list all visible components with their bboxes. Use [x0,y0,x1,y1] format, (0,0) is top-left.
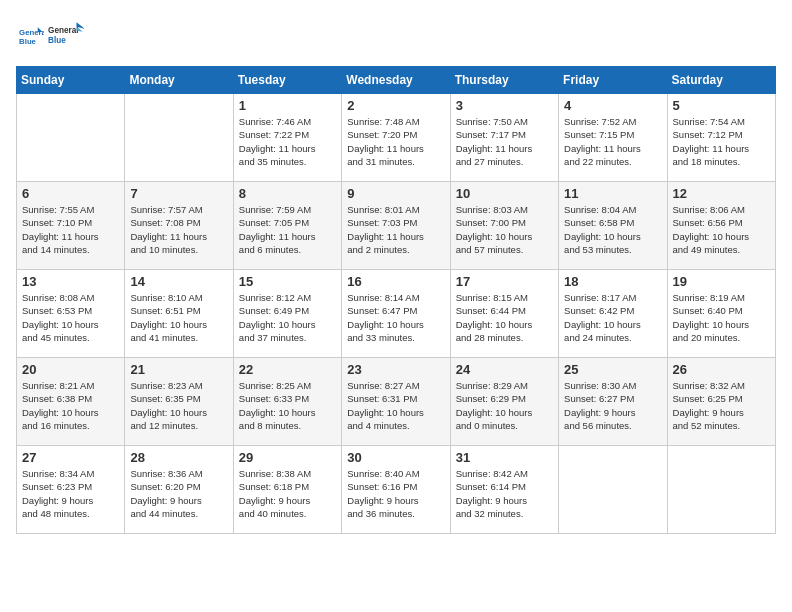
day-info: Sunrise: 8:06 AMSunset: 6:56 PMDaylight:… [673,203,770,256]
day-number: 8 [239,186,336,201]
day-number: 18 [564,274,661,289]
calendar-cell: 2Sunrise: 7:48 AMSunset: 7:20 PMDaylight… [342,94,450,182]
day-number: 23 [347,362,444,377]
day-number: 15 [239,274,336,289]
day-number: 1 [239,98,336,113]
day-number: 14 [130,274,227,289]
calendar-cell: 6Sunrise: 7:55 AMSunset: 7:10 PMDaylight… [17,182,125,270]
day-number: 22 [239,362,336,377]
weekday-header-monday: Monday [125,67,233,94]
day-number: 20 [22,362,119,377]
day-info: Sunrise: 8:34 AMSunset: 6:23 PMDaylight:… [22,467,119,520]
day-info: Sunrise: 8:04 AMSunset: 6:58 PMDaylight:… [564,203,661,256]
day-number: 6 [22,186,119,201]
calendar-body: 1Sunrise: 7:46 AMSunset: 7:22 PMDaylight… [17,94,776,534]
day-number: 12 [673,186,770,201]
day-number: 16 [347,274,444,289]
day-number: 9 [347,186,444,201]
day-number: 29 [239,450,336,465]
calendar-cell: 27Sunrise: 8:34 AMSunset: 6:23 PMDayligh… [17,446,125,534]
calendar-cell: 29Sunrise: 8:38 AMSunset: 6:18 PMDayligh… [233,446,341,534]
day-info: Sunrise: 8:15 AMSunset: 6:44 PMDaylight:… [456,291,553,344]
svg-text:Blue: Blue [19,37,37,46]
weekday-header-tuesday: Tuesday [233,67,341,94]
day-info: Sunrise: 8:19 AMSunset: 6:40 PMDaylight:… [673,291,770,344]
day-info: Sunrise: 7:48 AMSunset: 7:20 PMDaylight:… [347,115,444,168]
week-row-3: 13Sunrise: 8:08 AMSunset: 6:53 PMDayligh… [17,270,776,358]
calendar-cell: 18Sunrise: 8:17 AMSunset: 6:42 PMDayligh… [559,270,667,358]
weekday-header-friday: Friday [559,67,667,94]
day-number: 24 [456,362,553,377]
calendar-cell: 7Sunrise: 7:57 AMSunset: 7:08 PMDaylight… [125,182,233,270]
calendar-cell: 3Sunrise: 7:50 AMSunset: 7:17 PMDaylight… [450,94,558,182]
page-header: General Blue General Blue [16,16,776,54]
day-number: 7 [130,186,227,201]
day-info: Sunrise: 7:52 AMSunset: 7:15 PMDaylight:… [564,115,661,168]
calendar-cell [559,446,667,534]
weekday-header-row: SundayMondayTuesdayWednesdayThursdayFrid… [17,67,776,94]
day-number: 17 [456,274,553,289]
calendar-cell: 28Sunrise: 8:36 AMSunset: 6:20 PMDayligh… [125,446,233,534]
calendar-cell: 10Sunrise: 8:03 AMSunset: 7:00 PMDayligh… [450,182,558,270]
calendar-cell: 8Sunrise: 7:59 AMSunset: 7:05 PMDaylight… [233,182,341,270]
day-info: Sunrise: 7:46 AMSunset: 7:22 PMDaylight:… [239,115,336,168]
day-info: Sunrise: 8:03 AMSunset: 7:00 PMDaylight:… [456,203,553,256]
day-info: Sunrise: 8:23 AMSunset: 6:35 PMDaylight:… [130,379,227,432]
day-info: Sunrise: 8:36 AMSunset: 6:20 PMDaylight:… [130,467,227,520]
day-number: 26 [673,362,770,377]
day-number: 31 [456,450,553,465]
day-info: Sunrise: 8:14 AMSunset: 6:47 PMDaylight:… [347,291,444,344]
calendar-cell: 19Sunrise: 8:19 AMSunset: 6:40 PMDayligh… [667,270,775,358]
day-info: Sunrise: 8:38 AMSunset: 6:18 PMDaylight:… [239,467,336,520]
weekday-header-saturday: Saturday [667,67,775,94]
svg-text:General: General [19,28,44,37]
logo-bird-icon: General Blue [48,16,86,54]
calendar-cell: 12Sunrise: 8:06 AMSunset: 6:56 PMDayligh… [667,182,775,270]
day-info: Sunrise: 8:08 AMSunset: 6:53 PMDaylight:… [22,291,119,344]
week-row-5: 27Sunrise: 8:34 AMSunset: 6:23 PMDayligh… [17,446,776,534]
day-number: 5 [673,98,770,113]
calendar-cell: 14Sunrise: 8:10 AMSunset: 6:51 PMDayligh… [125,270,233,358]
day-info: Sunrise: 7:55 AMSunset: 7:10 PMDaylight:… [22,203,119,256]
day-number: 2 [347,98,444,113]
calendar-cell: 21Sunrise: 8:23 AMSunset: 6:35 PMDayligh… [125,358,233,446]
week-row-2: 6Sunrise: 7:55 AMSunset: 7:10 PMDaylight… [17,182,776,270]
weekday-header-sunday: Sunday [17,67,125,94]
week-row-1: 1Sunrise: 7:46 AMSunset: 7:22 PMDaylight… [17,94,776,182]
day-number: 3 [456,98,553,113]
day-number: 28 [130,450,227,465]
calendar-cell: 23Sunrise: 8:27 AMSunset: 6:31 PMDayligh… [342,358,450,446]
calendar-cell [125,94,233,182]
weekday-header-wednesday: Wednesday [342,67,450,94]
calendar-cell: 4Sunrise: 7:52 AMSunset: 7:15 PMDaylight… [559,94,667,182]
day-info: Sunrise: 8:29 AMSunset: 6:29 PMDaylight:… [456,379,553,432]
day-number: 25 [564,362,661,377]
calendar-cell: 16Sunrise: 8:14 AMSunset: 6:47 PMDayligh… [342,270,450,358]
svg-text:Blue: Blue [48,36,66,45]
calendar-cell: 5Sunrise: 7:54 AMSunset: 7:12 PMDaylight… [667,94,775,182]
day-info: Sunrise: 8:01 AMSunset: 7:03 PMDaylight:… [347,203,444,256]
day-info: Sunrise: 8:42 AMSunset: 6:14 PMDaylight:… [456,467,553,520]
day-number: 10 [456,186,553,201]
calendar-cell: 11Sunrise: 8:04 AMSunset: 6:58 PMDayligh… [559,182,667,270]
calendar-cell: 31Sunrise: 8:42 AMSunset: 6:14 PMDayligh… [450,446,558,534]
calendar-cell: 17Sunrise: 8:15 AMSunset: 6:44 PMDayligh… [450,270,558,358]
day-number: 4 [564,98,661,113]
day-info: Sunrise: 8:27 AMSunset: 6:31 PMDaylight:… [347,379,444,432]
day-number: 30 [347,450,444,465]
day-info: Sunrise: 8:21 AMSunset: 6:38 PMDaylight:… [22,379,119,432]
logo-icon: General Blue [16,21,44,49]
calendar-cell: 22Sunrise: 8:25 AMSunset: 6:33 PMDayligh… [233,358,341,446]
day-info: Sunrise: 8:12 AMSunset: 6:49 PMDaylight:… [239,291,336,344]
calendar-cell: 9Sunrise: 8:01 AMSunset: 7:03 PMDaylight… [342,182,450,270]
day-info: Sunrise: 8:17 AMSunset: 6:42 PMDaylight:… [564,291,661,344]
day-info: Sunrise: 8:10 AMSunset: 6:51 PMDaylight:… [130,291,227,344]
calendar-cell [667,446,775,534]
day-info: Sunrise: 8:25 AMSunset: 6:33 PMDaylight:… [239,379,336,432]
calendar-cell: 26Sunrise: 8:32 AMSunset: 6:25 PMDayligh… [667,358,775,446]
calendar-cell: 1Sunrise: 7:46 AMSunset: 7:22 PMDaylight… [233,94,341,182]
logo: General Blue General Blue [16,16,86,54]
day-number: 27 [22,450,119,465]
calendar-cell: 25Sunrise: 8:30 AMSunset: 6:27 PMDayligh… [559,358,667,446]
day-info: Sunrise: 7:54 AMSunset: 7:12 PMDaylight:… [673,115,770,168]
